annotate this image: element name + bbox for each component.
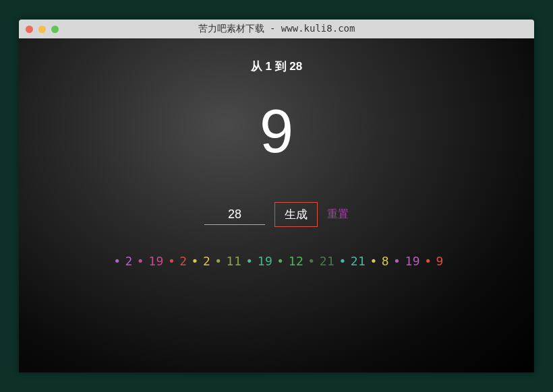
bullet-icon: • [214, 254, 222, 268]
bullet-icon: • [308, 254, 315, 268]
reset-link[interactable]: 重置 [327, 207, 349, 222]
history-value: 19 [148, 254, 164, 268]
bullet-icon: • [113, 254, 121, 268]
history-item: • 2 [164, 254, 187, 268]
bullet-icon: • [276, 254, 284, 268]
history-value: 2 [125, 254, 133, 268]
app-window: 苦力吧素材下载 - www.kuli8.com 从 1 到 28 9 生成 重置… [19, 20, 534, 372]
history-value: 2 [179, 254, 187, 268]
bullet-icon: • [137, 254, 144, 268]
bullet-icon: • [245, 254, 253, 268]
history-value: 11 [227, 254, 242, 268]
history-value: 2 [203, 254, 210, 268]
content-area: 从 1 到 28 9 生成 重置 • 2 • 19 • 2 • 2 • 11 •… [19, 38, 534, 282]
history-item: • 19 [389, 254, 420, 268]
history-value: 19 [405, 254, 420, 268]
generate-button[interactable]: 生成 [274, 202, 318, 227]
bullet-icon: • [424, 254, 432, 268]
close-icon[interactable] [26, 26, 33, 33]
history-value: 21 [351, 254, 366, 268]
history-list: • 2 • 19 • 2 • 2 • 11 • 19 • 12 • 21 • 2… [39, 254, 514, 268]
bullet-icon: • [339, 254, 346, 268]
history-item: • 9 [420, 254, 444, 268]
history-item: • 12 [272, 254, 303, 268]
max-input[interactable] [204, 205, 265, 225]
history-item: • 2 [109, 254, 133, 268]
history-item: • 21 [334, 254, 366, 268]
minimize-icon[interactable] [38, 26, 46, 33]
history-item: • 19 [133, 254, 164, 268]
maximize-icon[interactable] [51, 26, 59, 33]
titlebar: 苦力吧素材下载 - www.kuli8.com [19, 20, 534, 38]
history-value: 19 [258, 254, 273, 268]
bullet-icon: • [393, 254, 401, 268]
history-value: 21 [320, 254, 335, 268]
current-number: 9 [39, 101, 514, 162]
history-item: • 21 [303, 254, 334, 268]
history-value: 12 [289, 254, 304, 268]
controls-row: 生成 重置 [39, 202, 514, 227]
history-item: • 8 [366, 254, 389, 268]
history-value: 8 [382, 254, 389, 268]
history-item: • 2 [187, 254, 211, 268]
history-value: 9 [436, 254, 443, 268]
traffic-lights [26, 26, 59, 33]
history-item: • 19 [241, 254, 272, 268]
range-heading: 从 1 到 28 [39, 59, 514, 74]
history-item: • 11 [210, 254, 241, 268]
window-title: 苦力吧素材下载 - www.kuli8.com [19, 23, 534, 35]
bullet-icon: • [370, 254, 377, 268]
bullet-icon: • [168, 254, 175, 268]
bullet-icon: • [192, 254, 199, 268]
